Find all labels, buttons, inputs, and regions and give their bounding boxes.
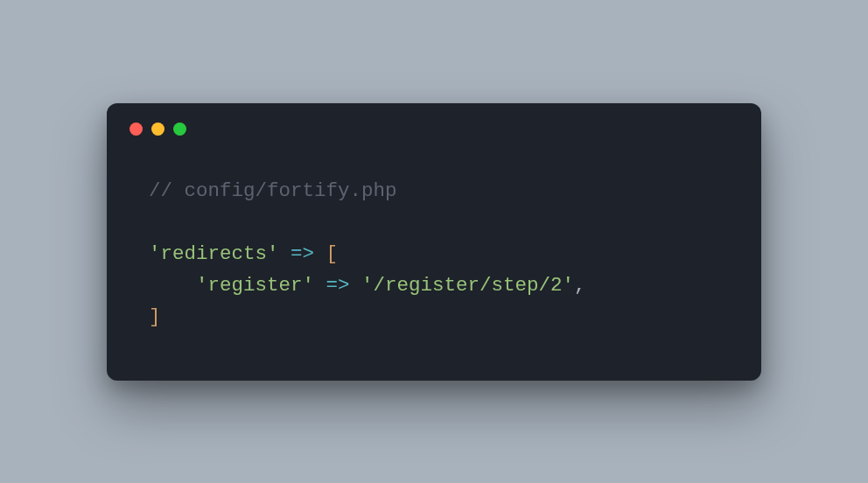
code-comment: // config/fortify.php [149,179,397,202]
code-bracket-close: ] [149,305,161,328]
maximize-icon[interactable] [173,122,186,136]
code-key-redirects: 'redirects' [149,242,279,265]
code-arrow: => [314,274,361,297]
code-comma: , [574,274,586,297]
code-block: // config/fortify.php 'redirects' => [ '… [107,144,761,381]
minimize-icon[interactable] [151,122,164,136]
window-titlebar [107,103,761,144]
code-window: // config/fortify.php 'redirects' => [ '… [107,103,761,381]
close-icon[interactable] [130,122,143,136]
code-bracket-open: [ [326,242,339,265]
code-arrow: => [279,242,326,265]
code-value-register: '/register/step/2' [361,274,574,297]
code-key-register: 'register' [196,274,314,297]
